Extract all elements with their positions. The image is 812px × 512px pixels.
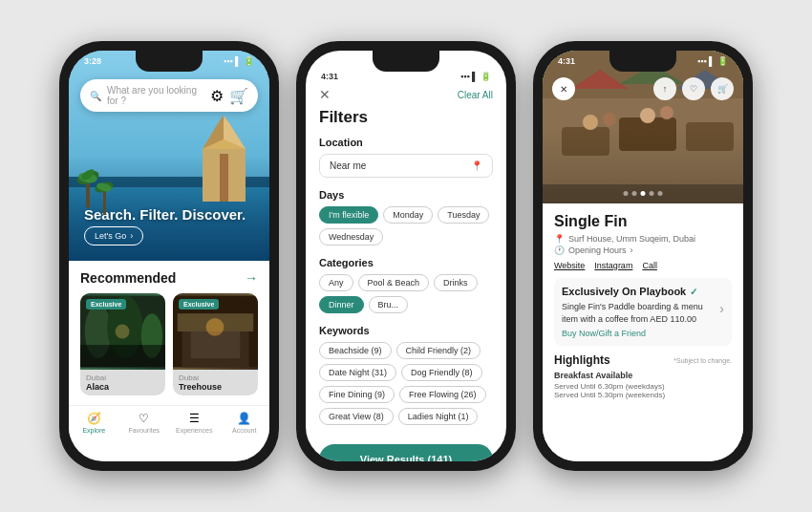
location-section: Location Near me 📍	[306, 137, 506, 178]
venue-name-1: Alaca	[86, 382, 160, 392]
location-pin-icon: 📍	[471, 160, 482, 171]
chip-monday[interactable]: Monday	[383, 206, 433, 224]
chip-free-flowing[interactable]: Free Flowing (26)	[399, 386, 486, 403]
search-bar[interactable]: 🔍 What are you looking for ? ⚙ 🛒	[80, 79, 258, 112]
location-pin-icon-3: 📍	[554, 234, 565, 244]
tab-bar: 🧭 Explore ♡ Favourites ☰ Experiences 👤 A…	[69, 405, 269, 437]
cart-button[interactable]: 🛒	[711, 77, 734, 100]
highlight-item-1: Breakfast Available	[554, 371, 732, 380]
tab-account-label: Account	[232, 427, 256, 434]
svg-rect-0	[220, 154, 228, 202]
tab-explore[interactable]: 🧭 Explore	[69, 412, 119, 434]
tab-favourites[interactable]: ♡ Favourites	[119, 412, 170, 434]
categories-section: Categories Any Pool & Beach Drinks Dinne…	[306, 257, 506, 313]
back-button[interactable]: ✕	[552, 77, 575, 100]
hero-actions: ↑ ♡ 🛒	[653, 77, 734, 100]
close-button[interactable]: ✕	[319, 87, 331, 102]
tab-favourites-label: Favourites	[128, 427, 160, 434]
chevron-right-icon: ›	[130, 231, 133, 241]
notch-3	[609, 51, 676, 72]
lets-go-button[interactable]: Let's Go ›	[84, 226, 143, 245]
chip-dog-friendly[interactable]: Dog Friendly (8)	[401, 364, 482, 381]
list-icon: ☰	[189, 412, 200, 425]
venue-card-1[interactable]: Exclusive Dubai Alaca	[80, 293, 165, 395]
explore-icon: 🧭	[87, 412, 101, 425]
time-display-3: 4:31	[558, 56, 575, 66]
website-link[interactable]: Website	[554, 261, 585, 270]
venue-card-2[interactable]: Exclusive Dubai Treehouse	[173, 293, 258, 395]
svg-rect-5	[103, 189, 106, 215]
call-link[interactable]: Call	[642, 261, 657, 270]
chip-fine-dining[interactable]: Fine Dining (9)	[319, 386, 395, 403]
share-button[interactable]: ↑	[653, 77, 676, 100]
chip-date-night[interactable]: Date Night (31)	[319, 364, 396, 381]
chip-child-friendly[interactable]: Child Friendly (2)	[396, 342, 481, 359]
chip-tuesday[interactable]: Tuesday	[438, 206, 489, 224]
chip-ladies-night[interactable]: Ladies Night (1)	[398, 408, 479, 425]
cart-icon[interactable]: 🛒	[229, 87, 248, 105]
highlights-header: Highlights *Subject to change.	[554, 353, 732, 367]
verified-badge: ✓	[690, 287, 697, 297]
filters-header: ✕ Clear All	[306, 83, 506, 108]
venue-address: Surf House, Umm Suqeim, Dubai	[568, 234, 695, 244]
notch-2	[373, 51, 439, 72]
highlight-sub-2: Served Until 5.30pm (weekends)	[554, 391, 732, 399]
instagram-link[interactable]: Instagram	[594, 261, 632, 270]
favourite-button[interactable]: ♡	[682, 77, 705, 100]
chip-wednesday[interactable]: Wednesday	[319, 228, 383, 245]
venue-name-2: Treehouse	[179, 382, 252, 392]
phone-1: 🔍 What are you looking for ? ⚙ 🛒 3:28 ▪▪…	[59, 41, 279, 471]
venue-city-1: Dubai	[86, 373, 160, 382]
chip-great-view[interactable]: Great View (8)	[319, 408, 394, 425]
signal-icons-3: ▪▪▪ ▌ 🔋	[697, 56, 728, 66]
highlights-section: Highlights *Subject to change. Breakfast…	[554, 353, 732, 399]
days-section: Days I'm flexible Monday Tuesday Wednesd…	[306, 189, 506, 245]
tab-experiences[interactable]: ☰ Experiences	[169, 412, 220, 434]
location-input[interactable]: Near me 📍	[319, 154, 493, 178]
svg-point-13	[116, 325, 130, 339]
opening-hours-label: Opening Hours	[568, 245, 627, 255]
recommended-header: Recommended →	[80, 270, 258, 286]
subject-change: *Subject to change.	[673, 357, 732, 364]
chip-drinks[interactable]: Drinks	[434, 274, 478, 291]
filter-icon[interactable]: ⚙	[210, 87, 224, 105]
tab-explore-label: Explore	[82, 427, 105, 434]
dot-2	[632, 191, 637, 196]
highlight-sub-1: Served Until 6.30pm (weekdays)	[554, 382, 732, 391]
exclusive-badge-2: Exclusive	[179, 299, 219, 309]
highlights-title: Highlights	[554, 353, 610, 367]
exclusive-badge-1: Exclusive	[86, 299, 126, 309]
account-icon: 👤	[237, 412, 251, 425]
tab-account[interactable]: 👤 Account	[220, 412, 270, 434]
exclusively-desc: Single Fin's Paddle boarding & menu item…	[562, 301, 716, 325]
chip-bru[interactable]: Bru...	[369, 296, 409, 313]
venue-hours[interactable]: 🕐 Opening Hours ›	[554, 245, 732, 255]
filters-title: Filters	[306, 108, 506, 127]
chip-flexible[interactable]: I'm flexible	[319, 206, 378, 224]
phone3-body: Single Fin 📍 Surf House, Umm Suqeim, Dub…	[543, 203, 743, 409]
heart-icon: ♡	[139, 412, 149, 425]
image-dots	[624, 191, 663, 196]
clear-all-button[interactable]: Clear All	[458, 90, 493, 100]
phone2-content: 4:31 ▪▪▪ ▌ 🔋 ✕ Clear All Filters Locatio…	[306, 51, 506, 461]
buy-now-link[interactable]: Buy Now/Gift a Friend	[562, 329, 716, 338]
chip-any[interactable]: Any	[319, 274, 353, 291]
arrow-right-icon[interactable]: →	[245, 270, 258, 286]
lets-go-label: Let's Go	[95, 231, 126, 241]
chip-beachside[interactable]: Beachside (9)	[319, 342, 392, 359]
view-results-button[interactable]: View Results (141)	[319, 444, 493, 461]
search-placeholder: What are you looking for ?	[107, 85, 204, 106]
dot-4	[650, 191, 654, 196]
burj-al-arab-icon	[203, 116, 246, 202]
chip-pool-beach[interactable]: Pool & Beach	[358, 274, 430, 291]
hero-image: 🔍 What are you looking for ? ⚙ 🛒 3:28 ▪▪…	[69, 51, 269, 261]
venue-city-2: Dubai	[179, 373, 252, 382]
dot-3	[641, 191, 646, 196]
time-display-2: 4:31	[321, 72, 338, 81]
phone3-content: ✕ ↑ ♡ 🛒 4:31	[543, 51, 743, 461]
days-chips: I'm flexible Monday Tuesday Wednesday	[319, 206, 493, 245]
exclusively-section: Exclusively On Playbook ✓ Single Fin's P…	[554, 278, 732, 346]
chip-dinner[interactable]: Dinner	[319, 296, 364, 313]
venue-links: Website Instagram Call	[554, 261, 732, 270]
chevron-right-icon-3[interactable]: ›	[719, 301, 724, 316]
